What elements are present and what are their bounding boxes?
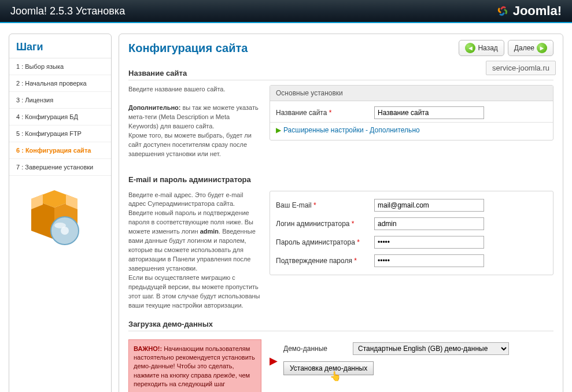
app-title: Joomla! 2.5.3 Установка xyxy=(10,5,125,17)
joomla-logo-icon xyxy=(496,4,510,18)
back-button[interactable]: ◄ Назад xyxy=(459,40,504,56)
login-input[interactable] xyxy=(374,217,484,230)
site-name-label: Название сайта * xyxy=(276,109,374,117)
next-button[interactable]: Далее ► xyxy=(508,40,553,56)
demo-warning: ВАЖНО!: Начинающим пользователям настоят… xyxy=(128,339,261,392)
step-license[interactable]: 3 : Лицензия xyxy=(9,92,111,109)
admin-p1: Введите e-mail адрес. Это будет e-mail а… xyxy=(128,191,261,209)
svg-point-7 xyxy=(54,223,66,228)
section-demo: Загрузка демо-данных xyxy=(128,314,553,331)
steps-sidebar: Шаги 1 : Выбор языка 2 : Начальная прове… xyxy=(9,34,112,392)
step-finish[interactable]: 7 : Завершение установки xyxy=(9,159,111,176)
main-panel: Конфигурация сайта ◄ Назад Далее ► servi… xyxy=(119,34,563,392)
red-arrow-icon: ▶ xyxy=(270,356,278,366)
step-ftp[interactable]: 5 : Конфигурация FTP xyxy=(9,125,111,142)
email-input[interactable] xyxy=(374,199,484,212)
step-database[interactable]: 4 : Конфигурация БД xyxy=(9,109,111,125)
back-button-label: Назад xyxy=(478,44,497,52)
cursor-pointer-icon: 👆 xyxy=(330,371,572,382)
site-name-intro: Введите название вашего сайта. xyxy=(128,85,261,94)
advanced-settings-toggle[interactable]: ▶Расширенные настройки - Дополнительно xyxy=(270,122,553,138)
email-label: Ваш E-mail * xyxy=(276,201,374,209)
step-precheck[interactable]: 2 : Начальная проверка xyxy=(9,75,111,92)
joomla-logo: Joomla! xyxy=(496,3,562,19)
arrow-left-icon: ◄ xyxy=(465,43,475,53)
demo-data-label: Демо-данные xyxy=(283,345,353,353)
box-illustration xyxy=(9,176,111,247)
topbar: Joomla! 2.5.3 Установка Joomla! xyxy=(0,0,572,23)
password-input[interactable] xyxy=(374,236,484,249)
site-name-input[interactable] xyxy=(374,106,484,119)
section-admin: E-mail и пароль администратора xyxy=(128,169,553,186)
page-title: Конфигурация сайта xyxy=(128,42,248,55)
site-name-extra2: Кроме того, вы можете выбрать, будет ли … xyxy=(128,131,261,159)
password2-input[interactable] xyxy=(374,254,484,267)
main-settings-box: Основные установки Название сайта * ▶Рас… xyxy=(270,85,553,140)
sidebar-heading: Шаги xyxy=(9,39,111,58)
password-label: Пароль администратора * xyxy=(276,238,374,246)
demo-data-select[interactable]: Стандартные English (GB) демо-данные xyxy=(353,342,509,355)
triangle-right-icon: ▶ xyxy=(276,126,281,134)
arrow-right-icon: ► xyxy=(537,43,547,53)
login-label: Логин администратора * xyxy=(276,220,374,228)
admin-box: Ваш E-mail * Логин администратора * Паро… xyxy=(270,191,553,275)
next-button-label: Далее xyxy=(514,44,534,52)
password2-label: Подтверждение пароля * xyxy=(276,257,374,265)
admin-p2: Введите новый пароль и подтверждение пар… xyxy=(128,209,261,273)
main-settings-head: Основные установки xyxy=(270,86,553,101)
logo-text: Joomla! xyxy=(513,3,562,19)
admin-p3: Если вы осуществляете миграцию с предыду… xyxy=(128,273,261,310)
site-name-extra: Дополнительно: вы так же можете указать … xyxy=(128,103,261,131)
step-language[interactable]: 1 : Выбор языка xyxy=(9,58,111,75)
step-site-config[interactable]: 6 : Конфигурация сайта xyxy=(9,142,111,159)
watermark-label: service-joomla.ru xyxy=(486,61,556,75)
